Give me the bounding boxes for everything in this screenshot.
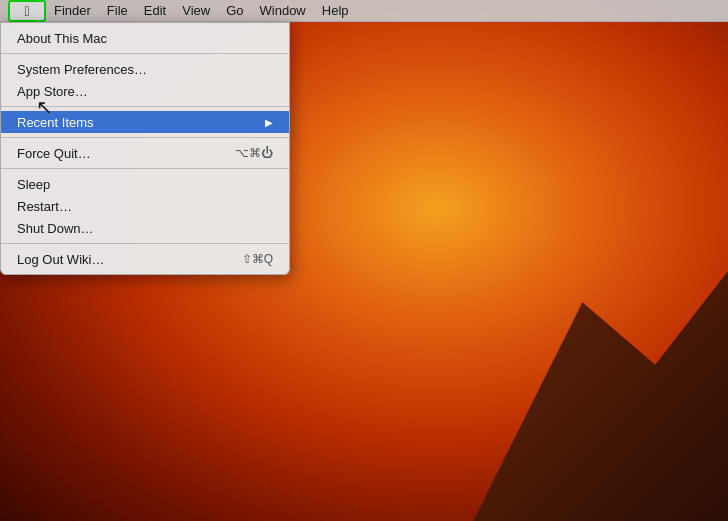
- menubar-item-file[interactable]: File: [99, 0, 136, 22]
- apple-dropdown-menu: About This Mac System Preferences… App S…: [0, 22, 290, 275]
- menu-item-logout[interactable]: Log Out Wiki… ⇧⌘Q: [1, 248, 289, 270]
- menubar-item-finder[interactable]: Finder: [46, 0, 99, 22]
- menu-separator-3: [1, 137, 289, 138]
- menu-item-logout-shortcut: ⇧⌘Q: [242, 252, 273, 266]
- menu-separator-5: [1, 243, 289, 244]
- menu-item-shutdown-label: Shut Down…: [17, 221, 94, 236]
- apple-menu-button[interactable]: : [8, 0, 46, 22]
- menubar:  Finder File Edit View Go Window Help: [0, 0, 728, 22]
- menu-item-restart-label: Restart…: [17, 199, 72, 214]
- menu-separator-1: [1, 53, 289, 54]
- menubar-item-view[interactable]: View: [174, 0, 218, 22]
- menu-item-restart[interactable]: Restart…: [1, 195, 289, 217]
- submenu-arrow-icon: ▶: [265, 117, 273, 128]
- menu-item-about[interactable]: About This Mac: [1, 27, 289, 49]
- menu-separator-4: [1, 168, 289, 169]
- menu-item-shutdown[interactable]: Shut Down…: [1, 217, 289, 239]
- menu-item-logout-label: Log Out Wiki…: [17, 252, 104, 267]
- menu-item-sleep[interactable]: Sleep: [1, 173, 289, 195]
- menu-item-system-prefs-label: System Preferences…: [17, 62, 147, 77]
- menu-item-force-quit-label: Force Quit…: [17, 146, 91, 161]
- menu-item-force-quit[interactable]: Force Quit… ⌥⌘⏻: [1, 142, 289, 164]
- menubar-item-help[interactable]: Help: [314, 0, 357, 22]
- menu-item-force-quit-shortcut: ⌥⌘⏻: [235, 146, 273, 160]
- menubar-item-edit[interactable]: Edit: [136, 0, 174, 22]
- menu-item-sleep-label: Sleep: [17, 177, 50, 192]
- menu-item-about-label: About This Mac: [17, 31, 107, 46]
- menu-item-system-prefs[interactable]: System Preferences…: [1, 58, 289, 80]
- menu-item-recent-items-label: Recent Items: [17, 115, 94, 130]
- menubar-item-window[interactable]: Window: [252, 0, 314, 22]
- menubar-item-go[interactable]: Go: [218, 0, 251, 22]
- apple-icon: : [24, 4, 29, 18]
